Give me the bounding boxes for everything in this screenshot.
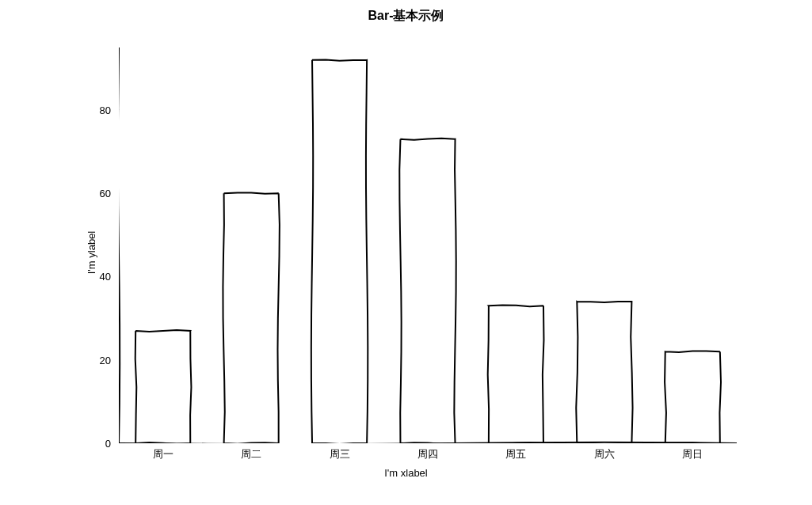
x-tick-label: 周二 — [241, 447, 261, 461]
x-tick-label: 周三 — [330, 447, 350, 461]
bar — [311, 60, 368, 443]
y-tick-label: 20 — [79, 354, 111, 366]
x-tick-label: 周一 — [153, 447, 173, 461]
y-axis-label: I'm ylabel — [86, 231, 97, 275]
x-axis-label: I'm xlabel — [0, 467, 812, 479]
bar — [223, 192, 279, 443]
chart-container: Bar-基本示例 I'm ylabel I'm xlabel 020406080… — [0, 0, 812, 505]
chart-plot — [119, 47, 737, 443]
x-tick-label: 周四 — [417, 447, 438, 461]
y-tick-label: 60 — [79, 188, 111, 199]
y-tick-label: 40 — [79, 271, 111, 283]
x-tick-label: 周日 — [682, 447, 703, 461]
chart-title: Bar-基本示例 — [0, 8, 812, 25]
bar — [576, 302, 632, 443]
bar — [135, 330, 192, 443]
y-axis-line — [119, 47, 120, 443]
bar — [488, 305, 544, 443]
y-tick-label: 0 — [79, 438, 111, 450]
bar — [399, 139, 456, 443]
y-tick-label: 80 — [79, 104, 111, 116]
x-tick-label: 周五 — [505, 447, 526, 461]
bar — [665, 351, 721, 443]
x-tick-label: 周六 — [594, 447, 615, 461]
